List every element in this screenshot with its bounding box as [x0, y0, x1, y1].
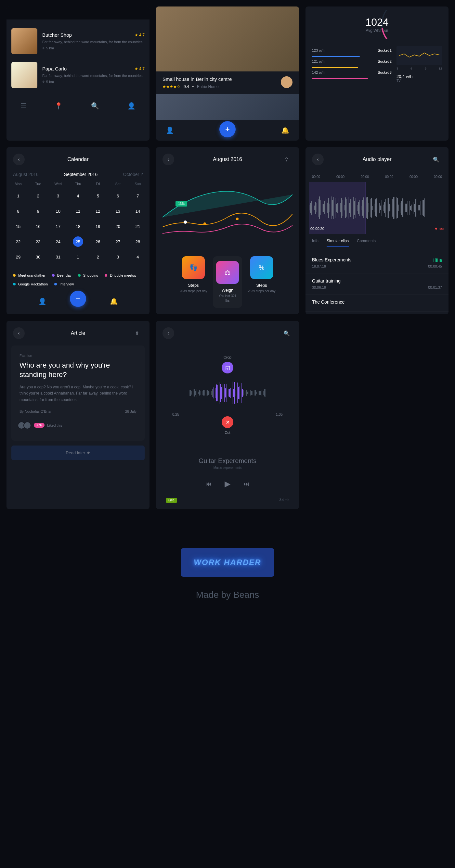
track-item[interactable]: Blues Experements18.07.1600:00:45: [306, 252, 449, 273]
distance: ✈ 5 km: [42, 80, 145, 84]
socket-row[interactable]: 121 w/hSocket 2: [312, 57, 392, 68]
calendar-day[interactable]: 10: [53, 206, 63, 216]
month-current[interactable]: September 2016: [64, 172, 98, 177]
prev-button[interactable]: ⏮: [206, 480, 211, 488]
read-later-button[interactable]: Read later ★: [11, 445, 145, 460]
energy-sparkline: [397, 46, 442, 65]
track-item[interactable]: Guitar training30.06.1600:01:37: [306, 273, 449, 294]
steps-card[interactable]: 👣 Steps 2639 steps per day: [179, 256, 208, 308]
calendar-day[interactable]: 7: [133, 191, 143, 201]
month-next[interactable]: October 2: [123, 172, 143, 177]
calendar-day[interactable]: 19: [93, 221, 103, 231]
calendar-day[interactable]: 3: [53, 191, 63, 201]
socket-row[interactable]: 123 w/hSocket 1: [312, 46, 392, 57]
file-size: 3.4 mb: [279, 498, 289, 503]
location-icon[interactable]: 📍: [55, 102, 63, 110]
calendar-card: ‹ Calendar August 2016 September 2016 Oc…: [6, 147, 149, 314]
calendar-day[interactable]: 14: [133, 206, 143, 216]
calendar-day[interactable]: 2: [33, 191, 43, 201]
next-button[interactable]: ⏭: [244, 480, 249, 488]
calendar-day[interactable]: 1: [13, 191, 23, 201]
calendar-day[interactable]: 3: [113, 252, 123, 262]
restaurant-item[interactable]: Papa Carlo ★ 4.7 Far far away, behind th…: [11, 58, 145, 92]
profile-icon[interactable]: 👤: [38, 298, 47, 305]
calendar-day[interactable]: 11: [73, 206, 83, 216]
crop-button[interactable]: ◱: [222, 362, 233, 373]
page-title: Audio player: [363, 157, 392, 162]
share-icon[interactable]: ⇪: [281, 154, 292, 165]
legend-item[interactable]: Shopping: [78, 273, 98, 277]
calendar-day[interactable]: 4: [73, 191, 83, 201]
calendar-day[interactable]: 26: [93, 237, 103, 247]
calendar-day[interactable]: 21: [133, 221, 143, 231]
calendar-day[interactable]: 13: [113, 206, 123, 216]
back-button[interactable]: ‹: [163, 327, 174, 339]
calendar-day[interactable]: 20: [113, 221, 123, 231]
house-image-2[interactable]: [156, 94, 299, 120]
calendar-day[interactable]: 1: [73, 252, 83, 262]
house-title: Small house in Berlin city centre: [163, 76, 292, 82]
calendar-day[interactable]: 17: [53, 221, 63, 231]
weigh-card[interactable]: ⚖ Weigh You lost 321 lbs: [213, 256, 242, 308]
editor-waveform[interactable]: [163, 378, 292, 407]
rating-badge: ★ 4.7: [135, 67, 145, 71]
calendar-day[interactable]: 22: [13, 237, 23, 247]
search-icon[interactable]: 🔍: [430, 154, 442, 165]
back-button[interactable]: ‹: [312, 154, 324, 165]
calendar-day[interactable]: 31: [53, 252, 63, 262]
calendar-day[interactable]: 24: [53, 237, 63, 247]
calendar-day[interactable]: 25: [73, 237, 83, 247]
house-image[interactable]: [156, 6, 299, 71]
cut-button[interactable]: ✕: [222, 416, 233, 428]
host-avatar[interactable]: [281, 76, 292, 88]
steps-card[interactable]: % Steps 2639 steps per day: [247, 256, 276, 308]
back-button[interactable]: ‹: [163, 154, 174, 165]
back-button[interactable]: ‹: [13, 154, 25, 165]
list-icon[interactable]: ☰: [21, 102, 26, 110]
calendar-day[interactable]: 9: [33, 206, 43, 216]
month-prev[interactable]: August 2016: [13, 172, 39, 177]
calendar-day[interactable]: 29: [13, 252, 23, 262]
share-icon[interactable]: ⇪: [131, 327, 143, 339]
socket-row[interactable]: 142 w/hSocket 3: [312, 68, 392, 79]
play-button[interactable]: ▶: [225, 479, 230, 488]
calendar-day[interactable]: 6: [113, 191, 123, 201]
tab-info[interactable]: Info: [312, 239, 318, 247]
calendar-day[interactable]: 30: [33, 252, 43, 262]
calendar-day[interactable]: 15: [13, 221, 23, 231]
tab-similar[interactable]: Simular clips: [326, 239, 349, 247]
calendar-day[interactable]: 12: [93, 206, 103, 216]
back-button[interactable]: ‹: [13, 327, 25, 339]
legend-item[interactable]: Dribbble meetup: [105, 273, 136, 277]
calendar-day[interactable]: 23: [33, 237, 43, 247]
like-avatars[interactable]: [20, 422, 31, 429]
calendar-day[interactable]: 18: [73, 221, 83, 231]
tab-comments[interactable]: Comments: [357, 239, 376, 247]
calendar-day[interactable]: 4: [133, 252, 143, 262]
legend-item[interactable]: Meet grandfather: [13, 273, 46, 277]
calendar-day[interactable]: 8: [13, 206, 23, 216]
legend-item[interactable]: Interview: [54, 282, 74, 286]
legend-item[interactable]: Google Hackathon: [13, 282, 48, 286]
search-icon[interactable]: 🔍: [281, 327, 292, 339]
bell-icon[interactable]: 🔔: [110, 298, 118, 305]
calendar-day[interactable]: 27: [113, 237, 123, 247]
track-item[interactable]: The Conference: [306, 294, 449, 312]
svg-point-5: [203, 222, 206, 225]
likes-count[interactable]: +76: [34, 423, 45, 428]
weigh-icon: ⚖: [216, 261, 239, 284]
bell-icon[interactable]: 🔔: [281, 126, 289, 134]
waveform[interactable]: 00:00:20 rec: [306, 182, 449, 234]
legend-item[interactable]: Beer day: [52, 273, 72, 277]
calendar-day[interactable]: 28: [133, 237, 143, 247]
calendar-day[interactable]: 2: [93, 252, 103, 262]
audio-card: ‹ Audio player 🔍 00:0000:0000:0000:0000:…: [306, 147, 449, 314]
restaurant-item[interactable]: Butcher Shop ★ 4.7 Far far away, behind …: [11, 24, 145, 58]
add-button[interactable]: +: [219, 121, 236, 137]
profile-icon[interactable]: 👤: [166, 126, 174, 134]
add-event-button[interactable]: +: [70, 291, 86, 307]
search-icon[interactable]: 🔍: [91, 102, 99, 110]
profile-icon[interactable]: 👤: [127, 102, 136, 110]
calendar-day[interactable]: 16: [33, 221, 43, 231]
calendar-day[interactable]: 5: [93, 191, 103, 201]
